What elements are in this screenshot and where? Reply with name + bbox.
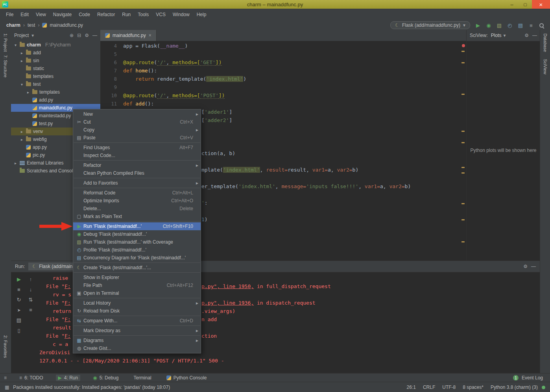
gear-icon[interactable]: [523, 264, 528, 269]
menu-navigate[interactable]: Navigate: [50, 10, 75, 19]
run-configuration-select[interactable]: Flask (add/mainaddfunc.py): [390, 21, 470, 29]
code-line[interactable]: 6@app.route('/', methods=['GET']): [100, 58, 460, 67]
tree-item-add-py[interactable]: add.py: [11, 96, 100, 104]
context-menu-item-paste[interactable]: PasteCtrl+V: [73, 134, 201, 142]
tree-item-templates[interactable]: templates: [11, 88, 100, 96]
stop-icon[interactable]: [528, 22, 534, 28]
code-line[interactable]: 10@app.route('/', methods=['POST']): [100, 91, 460, 100]
chevron-down-icon[interactable]: [31, 33, 34, 38]
warning-mark[interactable]: [461, 167, 465, 168]
context-menu-item-inspect-code[interactable]: Inspect Code...: [73, 152, 201, 159]
coverage-icon[interactable]: [496, 22, 502, 28]
tool-window-switcher-icon[interactable]: [4, 375, 7, 381]
warning-mark[interactable]: [461, 172, 465, 174]
tab-plots[interactable]: Plots: [491, 33, 506, 38]
code-line[interactable]: 7def home():: [100, 67, 460, 75]
menu-window[interactable]: Window: [169, 10, 193, 19]
context-menu-item-create-flask-test-mainaddf[interactable]: Create 'Flask (test/mainaddf...'...: [73, 264, 201, 272]
collapse-all-icon[interactable]: [77, 33, 81, 38]
warning-mark[interactable]: [461, 62, 465, 63]
context-menu-item-find-usages[interactable]: Find UsagesAlt+F7: [73, 144, 201, 152]
status-utf-8[interactable]: UTF-8: [442, 385, 456, 390]
menu-view[interactable]: View: [32, 10, 50, 19]
pin-icon[interactable]: [17, 307, 20, 313]
context-menu-item-refactor[interactable]: Refactor: [73, 161, 201, 169]
menu-tools[interactable]: Tools: [134, 10, 152, 19]
status-8-spaces[interactable]: 8 spaces*: [463, 385, 484, 390]
context-menu-item-mark-directory-as[interactable]: Mark Directory as: [73, 327, 201, 335]
context-menu-item-new[interactable]: New: [73, 110, 201, 118]
context-menu-item-debug-flask-test-mainaddf[interactable]: Debug 'Flask (test/mainaddf...': [73, 230, 201, 238]
breadcrumb-item-mainaddfunc-py[interactable]: mainaddfunc.py: [50, 22, 83, 28]
context-menu-item-show-in-explorer[interactable]: Show in Explorer: [73, 274, 201, 281]
warning-mark[interactable]: [461, 241, 465, 242]
tree-collapse-icon[interactable]: [20, 82, 24, 87]
tool-tab-5-debug[interactable]: 5: Debug: [90, 375, 121, 381]
warning-mark[interactable]: [461, 94, 465, 95]
context-menu-item-run-flask-test-mainaddf[interactable]: Run 'Flask (test/mainaddf...'Ctrl+Shift+…: [73, 222, 201, 230]
print-icon[interactable]: [17, 317, 21, 323]
gear-icon[interactable]: [85, 33, 89, 38]
tree-expand-icon[interactable]: [20, 51, 24, 55]
tree-expand-icon[interactable]: [26, 90, 30, 94]
context-menu-item-optimize-imports[interactable]: Optimize ImportsCtrl+Alt+O: [73, 197, 201, 205]
tree-item-sin[interactable]: sin: [11, 57, 100, 65]
tool-button-2-favorites[interactable]: 2: Favorites: [3, 335, 8, 358]
up-icon[interactable]: [30, 276, 32, 282]
menu-edit[interactable]: Edit: [17, 10, 32, 19]
debug-icon[interactable]: [485, 22, 492, 28]
context-menu-item-copy[interactable]: Copy: [73, 126, 201, 134]
tree-collapse-icon[interactable]: [13, 43, 18, 47]
gear-icon[interactable]: [524, 33, 529, 38]
maximize-button[interactable]: [519, 0, 532, 9]
hide-panel-icon[interactable]: [532, 33, 537, 38]
rerun-icon[interactable]: [17, 297, 21, 303]
profile-icon[interactable]: [507, 22, 513, 28]
context-menu-item-concurrency-diagram-for-flask-test-mainadd[interactable]: Concurrency Diagram for 'Flask (test/mai…: [73, 254, 201, 262]
settings-lines-icon[interactable]: [29, 307, 32, 313]
tool-button-database[interactable]: Database: [543, 33, 548, 52]
hide-panel-icon[interactable]: [531, 264, 536, 269]
code-line[interactable]: 4app = Flask(__name__): [100, 42, 460, 50]
tool-button-sciview[interactable]: SciView: [543, 59, 548, 74]
warning-mark[interactable]: [461, 51, 465, 52]
context-menu-item-file-path[interactable]: File PathCtrl+Alt+F12: [73, 281, 201, 289]
context-menu-item-compare-with[interactable]: Compare With...Ctrl+D: [73, 317, 201, 325]
error-mark[interactable]: [462, 44, 465, 47]
breadcrumb-item-test[interactable]: test: [28, 22, 35, 28]
status-crlf[interactable]: CRLF: [423, 385, 435, 390]
context-menu-item-run-flask-test-mainaddf-with-coverage[interactable]: Run 'Flask (test/mainaddf...' with Cover…: [73, 238, 201, 246]
context-menu-item-clean-python-compiled-files[interactable]: Clean Python Compiled Files: [73, 169, 201, 177]
menu-code[interactable]: Code: [75, 10, 94, 19]
code-line[interactable]: 8 return render_template('index.html'): [100, 75, 460, 83]
tool-tab-4-run[interactable]: 4: Run: [56, 375, 81, 381]
tool-button-7-structure[interactable]: 7: Structure: [3, 55, 8, 78]
tool-button-1-project[interactable]: 1: Project: [3, 33, 8, 52]
tree-item-charm[interactable]: charmF:\Py\charm: [11, 41, 100, 49]
warning-mark[interactable]: [461, 131, 465, 132]
tree-expand-icon[interactable]: [20, 129, 24, 134]
window-toggle-icon[interactable]: [5, 385, 9, 390]
concurrency-icon[interactable]: [517, 22, 524, 28]
menu-vcs[interactable]: VCS: [152, 10, 169, 19]
code-line[interactable]: 9: [100, 83, 460, 91]
minus-icon[interactable]: [92, 33, 97, 38]
context-menu-item-reformat-code[interactable]: Reformat CodeCtrl+Alt+L: [73, 189, 201, 197]
tree-item-templates[interactable]: templates: [11, 72, 100, 80]
context-menu-item-cut[interactable]: CutCtrl+X: [73, 118, 201, 126]
context-menu-item-mark-as-plain-text[interactable]: Mark as Plain Text: [73, 213, 201, 220]
locate-icon[interactable]: [70, 33, 74, 38]
code-line[interactable]: 5: [100, 50, 460, 58]
context-menu-item-open-in-terminal[interactable]: Open in Terminal: [73, 289, 201, 297]
tree-item-add[interactable]: add: [11, 49, 100, 57]
status-python-3-8-charm-3[interactable]: Python 3.8 (charm) (3): [491, 385, 538, 390]
collapse-icon[interactable]: [29, 297, 33, 303]
editor-tab-mainaddfunc[interactable]: mainaddfunc.py: [100, 30, 157, 41]
context-menu-item-local-history[interactable]: Local History: [73, 299, 201, 307]
console-line[interactable]: 127.0.0.1 - - [28/May/2020 21:06:31] "PO…: [39, 357, 536, 365]
context-menu-item-reload-from-disk[interactable]: Reload from Disk: [73, 307, 201, 315]
close-button[interactable]: [532, 0, 550, 9]
tool-tab-6-todo[interactable]: 6: TODO: [17, 375, 46, 381]
context-menu-item-add-to-favorites[interactable]: Add to Favorites: [73, 179, 201, 187]
status-26-1[interactable]: 26:1: [407, 385, 416, 390]
